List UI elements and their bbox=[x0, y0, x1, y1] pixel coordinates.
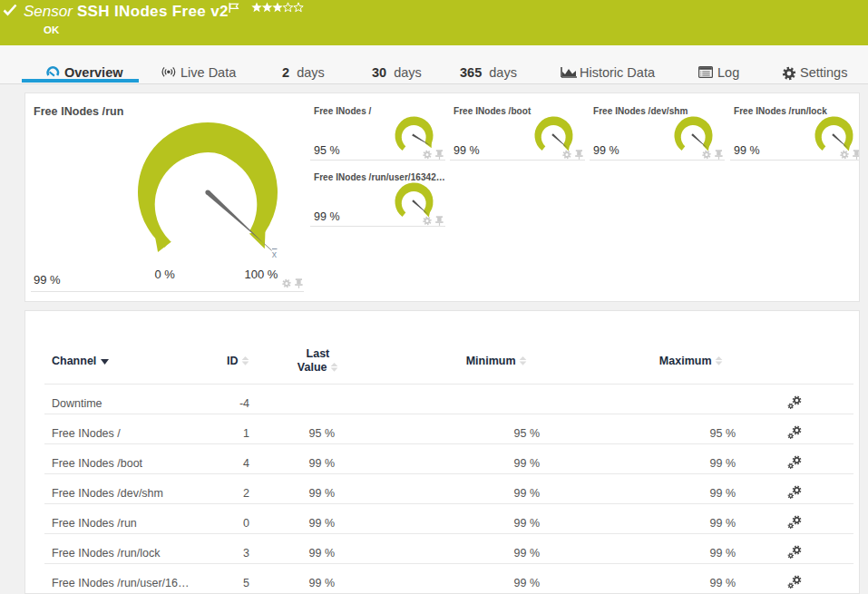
svg-text:x: x bbox=[272, 248, 278, 259]
